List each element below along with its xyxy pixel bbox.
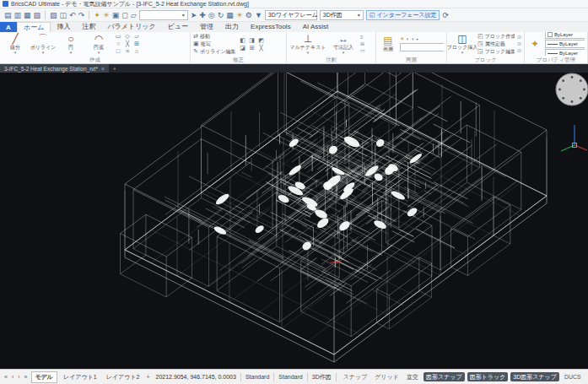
table-icon[interactable]: ⊞ xyxy=(132,41,141,47)
tab-annotate[interactable]: 注釈 xyxy=(76,22,101,32)
print-icon[interactable]: ▨ xyxy=(50,9,57,21)
layer-select[interactable]: ▾ xyxy=(400,43,444,51)
annotate-group-label[interactable]: 注釈 xyxy=(287,56,375,63)
array-icon[interactable]: ⊞ xyxy=(248,45,256,51)
text-style-icon[interactable]: ▭ xyxy=(360,48,365,54)
application-button[interactable]: A xyxy=(0,22,17,32)
settings-icon[interactable]: ⚙ xyxy=(245,9,252,21)
arc-button[interactable]: ◠ 円弧 ▾ xyxy=(86,34,111,54)
scale-icon[interactable]: ◩ xyxy=(257,37,266,44)
draw-group-label[interactable]: 作成 xyxy=(0,56,190,63)
edit-polyline-button[interactable]: ✎ ポリライン編集 xyxy=(193,48,236,55)
workspace-select[interactable]: 3D作図 ▾ xyxy=(320,10,364,20)
define-attribute-button[interactable]: ◳ 属性定義 xyxy=(477,41,515,47)
tab-manage[interactable]: 管理 xyxy=(194,22,219,32)
polyline-button[interactable]: ⌒ ポリライン ▾ xyxy=(30,34,56,54)
lookfrom-control[interactable] xyxy=(556,73,588,105)
toggle-ortho[interactable]: 直交 xyxy=(404,372,421,381)
visual-style-select[interactable]: 3Dワイヤフレーム ▾ xyxy=(265,10,317,20)
insert-block-button[interactable]: ◫ ブロック挿入 ▾ xyxy=(450,34,475,54)
layer-color-icon[interactable]: ◒ xyxy=(416,36,419,42)
region-icon[interactable]: □ xyxy=(114,48,122,55)
color-select[interactable]: ByLayer ▾ xyxy=(545,32,585,39)
new-document-tab-button[interactable]: + xyxy=(109,64,121,73)
toggle-etrack[interactable]: 図形トラック xyxy=(467,372,509,381)
layer-on-icon[interactable]: ☀ xyxy=(400,36,404,42)
tab-layout2[interactable]: レイアウト2 xyxy=(103,372,143,382)
blocks-group-label[interactable]: ブロック xyxy=(447,56,524,63)
save-as-icon[interactable]: ▧ xyxy=(34,9,41,21)
tab-output[interactable]: 出力 xyxy=(219,22,245,32)
rotate-icon[interactable]: ◧ xyxy=(239,37,247,44)
refresh-icon[interactable]: ⟳ xyxy=(442,9,449,21)
move-button[interactable]: ⇄ 移動 xyxy=(193,33,236,40)
mirror-icon[interactable]: ◨ xyxy=(248,37,256,44)
leader-icon[interactable]: ≡ xyxy=(360,35,365,41)
layer-freeze-icon[interactable]: ◐ xyxy=(406,36,409,42)
workspace-indicator[interactable]: 3D作図 xyxy=(312,373,332,381)
lock-icon[interactable]: ⊙ xyxy=(517,48,521,54)
search-command-combobox[interactable]: ▾ xyxy=(139,10,188,20)
layers-icon[interactable]: ▱ xyxy=(131,9,137,21)
create-block-button[interactable]: ◰ ブロック作成 xyxy=(477,33,515,40)
shield-icon[interactable]: ▼ xyxy=(255,9,262,21)
table-cell-icon[interactable]: ⊞ xyxy=(360,41,365,47)
copy-button[interactable]: ▣ 複写 xyxy=(193,41,236,47)
ellipse-icon[interactable]: ○ xyxy=(114,41,122,47)
first-layout-icon[interactable]: « xyxy=(3,374,8,380)
xline-icon[interactable]: ╳ xyxy=(123,41,132,47)
drawing-canvas[interactable] xyxy=(0,73,588,369)
trim-icon[interactable]: ◪ xyxy=(239,45,247,51)
toggle-ducs[interactable]: DUCS xyxy=(562,372,584,381)
lineweight-select[interactable]: ByLayer ▾ xyxy=(545,40,585,48)
tab-expresstools[interactable]: ExpressTools xyxy=(245,22,297,32)
layers-group-label[interactable]: 画層 xyxy=(376,56,446,63)
spline-icon[interactable]: ≡ xyxy=(123,48,132,55)
copy-icon[interactable]: ▣ xyxy=(112,9,120,21)
toggle-snap[interactable]: スナップ xyxy=(341,372,370,381)
layer-lock-icon[interactable]: ◑ xyxy=(411,36,414,42)
rectangle-icon[interactable]: ▭ xyxy=(114,33,122,40)
lock-icon[interactable]: ⊙ xyxy=(517,35,521,41)
lock-icon[interactable]: ⊙ xyxy=(517,41,521,47)
tab-view[interactable]: ビュー xyxy=(162,22,194,32)
linetype-select[interactable]: ByLayer ▾ xyxy=(545,49,585,56)
hatch-icon[interactable]: ▱ xyxy=(132,33,141,40)
plot-preview-icon[interactable]: ◫ xyxy=(60,9,67,21)
prev-layout-icon[interactable]: ‹ xyxy=(11,374,14,380)
match-properties-button[interactable]: ✦ xyxy=(527,39,542,50)
key-icon[interactable]: ✦ xyxy=(94,9,100,21)
dimension-button[interactable]: ↔ 寸法記入 ▾ xyxy=(329,34,358,54)
layer-manager-button[interactable]: ▤ 画層 xyxy=(379,35,397,52)
point-icon[interactable]: ⌂ xyxy=(132,48,141,55)
edit-block-button[interactable]: ◲ ブロック編集 xyxy=(477,48,515,55)
pan-icon[interactable]: ✚ xyxy=(199,9,206,21)
properties-group-label[interactable]: プロパティ管理 xyxy=(525,56,587,63)
cursor-icon[interactable]: ➤ xyxy=(191,9,197,21)
mtext-button[interactable]: ⊥ マルチテキスト ▾ xyxy=(289,34,326,54)
interface-settings-button[interactable]: ◱ インターフェース設定 xyxy=(366,10,440,20)
tab-parametric[interactable]: パラメトリック xyxy=(101,22,161,32)
modify-group-label[interactable]: 修正 xyxy=(191,56,286,63)
add-layout-button[interactable]: + xyxy=(145,374,150,380)
next-layout-icon[interactable]: › xyxy=(17,374,20,380)
circle-button[interactable]: ○ 円 ▾ xyxy=(58,34,84,54)
render-icon[interactable]: ▦ xyxy=(226,9,234,21)
redo-icon[interactable]: ↷ xyxy=(78,9,85,21)
new-file-icon[interactable]: ▤ xyxy=(4,9,12,21)
tab-model[interactable]: モデル xyxy=(31,371,58,383)
save-icon[interactable]: ▦ xyxy=(24,9,31,21)
text-style-indicator[interactable]: Standard xyxy=(245,374,269,380)
undo-icon[interactable]: ↶ xyxy=(69,9,76,21)
last-layout-icon[interactable]: » xyxy=(24,374,29,380)
toggle-3dsnap[interactable]: 3D図形スナップ xyxy=(510,372,559,381)
close-tab-icon[interactable]: × xyxy=(101,66,105,72)
tab-layout1[interactable]: レイアウト1 xyxy=(60,372,100,382)
document-tab[interactable]: 3-IFC_5-2 Heat Exchange Station_rvt* × xyxy=(0,64,109,73)
tab-ai-assist[interactable]: AI Assist xyxy=(297,22,335,32)
dim-style-indicator[interactable]: Standard xyxy=(278,374,302,380)
orbit-icon[interactable]: ↻ xyxy=(218,9,224,21)
polygon-icon[interactable]: ◇ xyxy=(123,33,132,40)
toggle-grid[interactable]: グリッド xyxy=(372,372,402,381)
open-file-icon[interactable]: ▥ xyxy=(14,9,22,21)
